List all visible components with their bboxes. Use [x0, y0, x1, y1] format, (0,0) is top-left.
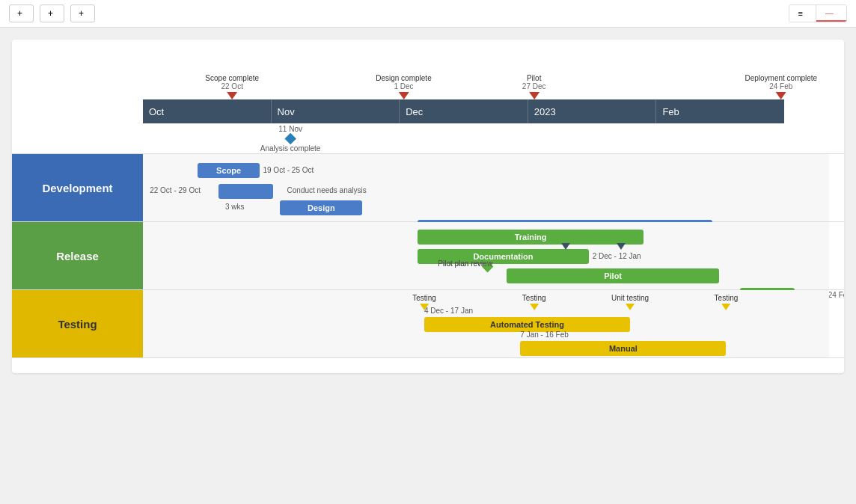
row-label-testing: Testing [12, 290, 143, 357]
bar-scope-bar: Scope [198, 163, 260, 178]
testing-milestone-3: Testing [715, 294, 739, 310]
testing-ms-label-3: Testing [715, 294, 739, 302]
milestone-label: Design complete [376, 74, 431, 82]
training-arrow-0 [561, 243, 570, 250]
row-label-text-development-0: 22 Oct - 29 Oct [150, 186, 201, 194]
plus-icon-3: + [79, 8, 84, 19]
timeline-months: OctNovDec2023Feb [143, 99, 784, 123]
testing-ms-label-2: Unit testing [611, 294, 649, 302]
toolbar: + + + ≡ — [0, 0, 856, 28]
milestone-date: 1 Dec [376, 82, 431, 90]
month-cell-2023: 2023 [528, 99, 657, 123]
month-cell-oct: Oct [143, 99, 272, 123]
bar-auto-test-bar: Automated Testing [424, 317, 630, 332]
add-milestone-button[interactable]: + [40, 4, 64, 22]
swimlane-row-testing: TestingAutomated Testing4 Dec - 17 JanMa… [12, 289, 844, 358]
diamond-date: 11 Nov [260, 125, 321, 133]
testing-ms-arrow-2 [626, 304, 635, 310]
testing-ms-label-1: Testing [522, 294, 546, 302]
row-content-testing: Automated Testing4 Dec - 17 JanManual7 J… [143, 290, 829, 357]
gantt-wrapper: Scope complete 22 Oct Design complete 1 … [12, 40, 844, 373]
milestone-label: Scope complete [205, 74, 259, 82]
add-task-button[interactable]: + [9, 4, 34, 22]
bar-pilot-bar: Pilot [507, 268, 719, 283]
month-cell-nov: Nov [272, 99, 400, 123]
row-label-text-development-2: 3 wks [225, 203, 245, 211]
testing-milestone-2: Unit testing [611, 294, 649, 310]
testing-milestone-1: Testing [522, 294, 546, 310]
milestone-label: Pilot [522, 74, 546, 82]
diamond-label: Analysis complete [260, 144, 321, 153]
diamond-milestone: 11 Nov Analysis complete [260, 125, 321, 153]
testing-ms-arrow-0 [420, 304, 429, 310]
bar-needs-bar [218, 184, 273, 199]
testing-ms-arrow-3 [721, 304, 730, 310]
plus-icon: + [17, 8, 22, 19]
view-toggle: ≡ — [789, 4, 847, 22]
plus-icon-2: + [48, 8, 53, 19]
data-view-button[interactable]: ≡ [789, 5, 816, 22]
bar-manual-bar: Manual [520, 341, 726, 356]
milestones-area: Scope complete 22 Oct Design complete 1 … [143, 55, 829, 99]
swimlane-row-development: DevelopmentScope19 Oct - 25 OctDesignDev… [12, 153, 844, 221]
milestone-arrow [529, 92, 539, 99]
milestone-date: 22 Oct [205, 82, 259, 90]
bar-label-right-scope-bar: 19 Oct - 25 Oct [263, 166, 314, 174]
milestone-arrow [398, 92, 409, 99]
month-cell-feb: Feb [656, 99, 784, 123]
diamond-milestone-area: 11 Nov Analysis complete [143, 123, 784, 153]
milestone-date: 27 Dec [522, 82, 546, 90]
row-content-development: Scope19 Oct - 25 OctDesignDevelopment2 D… [143, 154, 829, 221]
bar-label-left-manual-bar: 7 Jan - 16 Feb [520, 331, 568, 339]
bar-label-right-doc-bar: 2 Dec - 12 Jan [593, 252, 641, 260]
milestone-deployment: Deployment complete 24 Feb [745, 74, 817, 99]
bar-design-bar: Design [280, 200, 362, 215]
milestone-label: Deployment complete [745, 74, 817, 82]
testing-ms-arrow-1 [530, 304, 539, 310]
milestone-scope: Scope complete 22 Oct [205, 74, 259, 99]
testing-milestone-0: Testing [412, 294, 436, 310]
data-icon: ≡ [798, 9, 803, 18]
row-label-release: Release [12, 222, 143, 289]
bar-training-bar: Training [418, 230, 644, 245]
gantt-body: DevelopmentScope19 Oct - 25 OctDesignDev… [12, 153, 844, 358]
row-content-release: TrainingDocumentation2 Dec - 12 JanPilot… [143, 222, 829, 289]
month-cell-dec: Dec [400, 99, 528, 123]
timeline-header: OctNovDec2023Feb [12, 99, 829, 123]
main-container: Scope complete 22 Oct Design complete 1 … [0, 28, 856, 385]
swimlane-row-release: ReleaseTrainingDocumentation2 Dec - 12 J… [12, 221, 844, 289]
milestone-arrow [776, 92, 786, 99]
timeline-view-button[interactable]: — [816, 5, 846, 22]
milestone-design: Design complete 1 Dec [376, 74, 431, 99]
add-swimlane-button[interactable]: + [70, 4, 95, 22]
diamond-shape [284, 133, 296, 145]
milestone-arrow [227, 92, 237, 99]
pilot-plan-label: Pilot plan review [438, 259, 492, 268]
milestone-pilot: Pilot 27 Dec [522, 74, 546, 99]
training-arrow-1 [617, 243, 626, 250]
testing-ms-label-0: Testing [412, 294, 436, 302]
milestone-date: 24 Feb [745, 82, 817, 90]
row-label-development: Development [12, 154, 143, 221]
timeline-icon: — [825, 8, 834, 17]
row-label-text-development-1: Conduct needs analysis [287, 186, 367, 194]
